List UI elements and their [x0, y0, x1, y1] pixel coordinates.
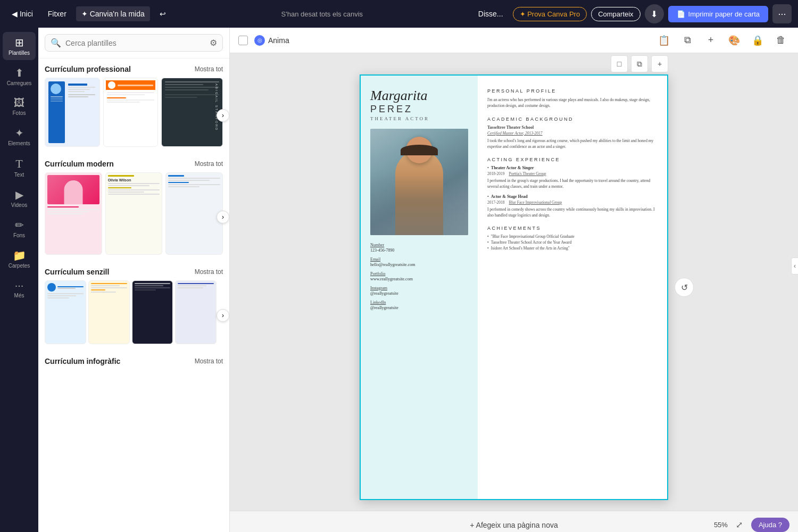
search-input[interactable] — [65, 39, 205, 47]
sidebar-item-carpetes-label: Carpetes — [9, 263, 30, 269]
resume-left-panel: Margarita PEREZ THEATER ACTOR — [361, 76, 478, 499]
trash-icon-button[interactable]: 🗑 — [772, 32, 789, 49]
comparteix-button[interactable]: Comparteix — [591, 7, 640, 21]
anima-label: Anima — [268, 36, 289, 45]
senzill-section-title: Currículum senzill — [45, 268, 109, 276]
achievement-2: • Isidore Art School's Master of the Art… — [487, 246, 658, 251]
more-options-button[interactable]: ··· — [772, 4, 792, 23]
nav-right-actions: ✦ Prova Canva Pro Comparteix ⬇ 📄 Imprimi… — [513, 4, 792, 23]
school-name: Tasseltree Theater School — [487, 125, 658, 130]
infografic-section-title: Currículum infogràfic — [45, 357, 120, 365]
style-icon-button[interactable]: 🎨 — [726, 32, 743, 49]
professional-scroll-right[interactable]: › — [217, 109, 229, 122]
sidebar-item-text-label: Text — [14, 172, 24, 178]
sidebar-item-carregues[interactable]: ⬆ Carregues — [3, 62, 36, 90]
template-mariana2[interactable] — [132, 280, 173, 344]
main-layout: ⊞ Plantilles ⬆ Carregues 🖼 Fotos ✦ Eleme… — [0, 28, 798, 532]
back-button[interactable]: ◀ Inici — [6, 6, 38, 21]
linkedin-label: LinkedIn — [370, 300, 468, 305]
template-olivia2[interactable] — [45, 280, 86, 344]
sidebar-item-fons[interactable]: ✏ Fons — [3, 214, 36, 243]
template-dots[interactable] — [88, 280, 130, 344]
canvas-topbar-right: 📋 ⧉ + 🎨 🔒 🗑 — [655, 32, 789, 49]
senzill-show-all-link[interactable]: Mostra tot — [195, 268, 223, 276]
template-olivia[interactable]: Olivia Wilson — [105, 172, 163, 255]
copy-icon-button[interactable]: ⧉ — [679, 32, 696, 49]
academic-section: ACADEMIC BACKGROUND Tasseltree Theater S… — [487, 117, 658, 150]
resume-role: THEATER ACTOR — [370, 116, 468, 121]
fitxer-button[interactable]: Fitxer — [43, 6, 72, 21]
sidebar-item-fotos[interactable]: 🖼 Fotos — [3, 93, 36, 120]
job-company-0: Porttia's Theater Group — [509, 171, 546, 176]
page-checkbox[interactable] — [238, 36, 248, 45]
canvas-rotate-button[interactable]: ↺ — [675, 278, 694, 297]
canvas-bottombar: + Afegeix una pàgina nova 55% ⤢ Ajuda ? — [230, 511, 798, 532]
infografic-show-all-link[interactable]: Mostra tot — [195, 358, 223, 365]
doc-copy-button[interactable]: ⧉ — [631, 55, 648, 72]
job-desc-0: I performed in the group's stage product… — [487, 178, 658, 190]
lock-icon-button[interactable]: 🔒 — [749, 32, 766, 49]
resume-document[interactable]: Margarita PEREZ THEATER ACTOR — [360, 74, 668, 500]
sidebar-item-plantilles[interactable]: ⊞ Plantilles — [3, 32, 36, 60]
resume-name-block: Margarita PEREZ THEATER ACTOR — [370, 88, 468, 121]
search-input-wrap: 🔍 ⚙ — [45, 34, 223, 52]
imprimir-button[interactable]: 📄 Imprimir paper de carta — [668, 6, 768, 22]
more-icon: ··· — [15, 279, 24, 292]
sidebar-item-elements[interactable]: ✦ Elements — [3, 122, 36, 151]
imprimir-label: Imprimir paper de carta — [688, 10, 760, 18]
template-chad[interactable] — [45, 78, 100, 147]
save-status: S'han desat tots els canvis — [176, 10, 469, 18]
sidebar-item-videos[interactable]: ▶ Videos — [3, 184, 36, 212]
undo-button[interactable]: ↩ — [154, 6, 171, 21]
academic-title: ACADEMIC BACKGROUND — [487, 117, 658, 122]
job-item-1: • Actor & Stage Head 2017-2018 Blur Face… — [487, 194, 658, 219]
note-icon-button[interactable]: 📋 — [655, 32, 672, 49]
canvia-mida-button[interactable]: ✦ Canvia'n la mida — [76, 6, 150, 21]
professional-show-all-link[interactable]: Mostra tot — [195, 65, 223, 73]
help-button[interactable]: Ajuda ? — [751, 518, 789, 532]
linkedin-value: @reallygreatsite — [370, 305, 468, 310]
template-dark[interactable]: ABIGAIL STANFORD — [161, 78, 223, 147]
elements-icon: ✦ — [15, 127, 24, 139]
template-amer[interactable] — [165, 172, 223, 255]
sidebar-item-mes[interactable]: ··· Més — [3, 275, 36, 303]
doc-add-button[interactable]: + — [651, 55, 668, 72]
resume-last-name: PEREZ — [370, 104, 468, 115]
achievement-text-2: Isidore Art School's Master of the Arts … — [491, 246, 570, 251]
template-orange[interactable] — [103, 78, 159, 147]
document-icon: 📄 — [677, 10, 685, 18]
job-bullet-0: • Theater Actor & Singer — [487, 165, 658, 171]
prova-pro-button[interactable]: ✦ Prova Canva Pro — [513, 7, 587, 21]
expand-button[interactable]: ⤢ — [732, 518, 747, 533]
senzill-template-grid: › — [38, 280, 229, 351]
modern-show-all-link[interactable]: Mostra tot — [195, 160, 223, 168]
number-value: 123-456-7890 — [370, 248, 468, 253]
senzill-scroll-right[interactable]: › — [217, 309, 229, 322]
achievements-section: ACHIEVEMENTS • "Blur Face Improvisationa… — [487, 226, 658, 251]
doc-note-button[interactable]: □ — [611, 55, 628, 72]
template-mariana[interactable] — [45, 172, 102, 255]
filter-button[interactable]: ⚙ — [210, 38, 217, 48]
add-page-button[interactable]: + Afegeix una pàgina nova — [470, 521, 558, 529]
photo-icon: 🖼 — [14, 97, 24, 109]
grid-icon: ⊞ — [15, 36, 24, 49]
acting-title: ACTING EXPERIENCE — [487, 157, 658, 162]
folder-icon: 📁 — [13, 249, 26, 262]
add-icon-button[interactable]: + — [702, 32, 719, 49]
job-meta-1: 2017-2018 Blur Face Improvisational Grou… — [487, 200, 658, 205]
personal-profile-text: I'm an actress who has performed in vari… — [487, 97, 658, 109]
modern-scroll-right[interactable]: › — [217, 211, 229, 223]
disse-label: Disse... — [473, 6, 509, 21]
download-button[interactable]: ⬇ — [645, 4, 664, 23]
job-title-0: Theater Actor & Singer — [491, 165, 534, 170]
canvas-doc-wrapper: □ ⧉ + ↺ Margarita PEREZ THEATER ACTOR — [360, 74, 668, 500]
job-title-1: Actor & Stage Head — [491, 194, 528, 199]
template-4th[interactable] — [175, 280, 217, 344]
instagram-label: Instagram — [370, 286, 468, 290]
job-bullet-1: • Actor & Stage Head — [487, 194, 658, 200]
sidebar-item-text[interactable]: T Text — [3, 153, 36, 182]
icon-sidebar: ⊞ Plantilles ⬆ Carregues 🖼 Fotos ✦ Eleme… — [0, 28, 38, 532]
canvas-body: □ ⧉ + ↺ Margarita PEREZ THEATER ACTOR — [230, 53, 798, 511]
sidebar-item-carpetes[interactable]: 📁 Carpetes — [3, 245, 36, 273]
anima-button[interactable]: ◎ Anima — [254, 35, 289, 46]
